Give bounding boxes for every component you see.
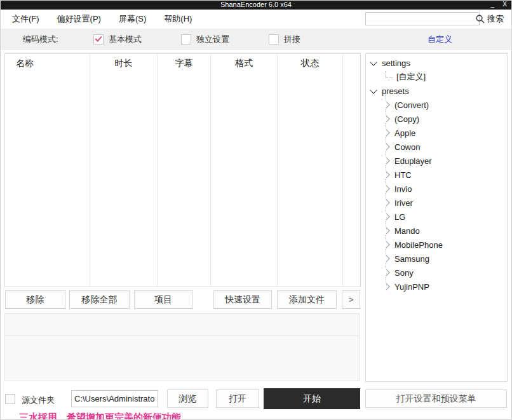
chevron-icon[interactable] — [382, 143, 389, 150]
minimize-button[interactable]: _ — [490, 0, 494, 8]
column-header[interactable]: 名称 — [5, 54, 90, 287]
open-button[interactable]: 打开 — [216, 390, 259, 408]
mode-option[interactable]: 基本模式 — [93, 34, 142, 45]
tree-item[interactable]: HTC — [366, 168, 507, 182]
search-input[interactable] — [365, 12, 480, 25]
tree-item-label: Sony — [394, 268, 414, 278]
menu-bar: 文件(F) 偏好设置(P) 屏幕(S) 帮助(H) 搜索 — [1, 10, 511, 29]
column-header[interactable]: 时长 — [90, 54, 158, 287]
tree-item-label: Cowon — [394, 142, 420, 152]
tree-item-label: presets — [382, 86, 409, 96]
info-panel — [4, 313, 360, 381]
mode-checkbox[interactable] — [269, 34, 279, 44]
chevron-icon[interactable] — [382, 283, 389, 290]
chevron-icon[interactable] — [382, 255, 389, 262]
tree-item-label: Eduplayer — [394, 156, 432, 166]
close-button[interactable]: X — [502, 0, 507, 8]
info-panel-top-section — [5, 314, 359, 336]
tree-item[interactable]: Mando — [366, 224, 507, 238]
column-header[interactable]: 格式 — [211, 54, 278, 287]
mode-option[interactable]: 拼接 — [269, 34, 300, 45]
chevron-icon[interactable] — [382, 101, 389, 108]
search-button[interactable]: 搜索 — [476, 12, 504, 26]
tree-item-label: Invio — [394, 184, 412, 194]
tree-item-label: MobilePhone — [394, 240, 443, 250]
encode-mode-row: 编码模式: 基本模式 独立设置 拼接 自定义 — [1, 29, 511, 50]
menu-item[interactable]: 偏好设置(P) — [56, 12, 102, 26]
mode-option-label: 基本模式 — [109, 34, 142, 45]
window-title: ShanaEncoder 6.0 x64 — [0, 1, 512, 8]
tree-item[interactable]: Cowon — [366, 140, 507, 154]
tree-item-label: Iriver — [394, 198, 413, 208]
chevron-icon[interactable] — [382, 185, 389, 192]
tree-item[interactable]: YujinPNP — [366, 280, 507, 294]
browse-button[interactable]: 浏览 — [167, 390, 208, 408]
mode-option[interactable]: 独立设置 — [181, 34, 229, 45]
chevron-icon[interactable] — [382, 241, 389, 248]
toolbar-button[interactable]: > — [342, 290, 360, 309]
chevron-icon[interactable] — [370, 86, 377, 93]
toolbar-button[interactable]: 移除 — [5, 290, 65, 309]
title-bar: ShanaEncoder 6.0 x64 _ X — [0, 0, 512, 10]
tree-item-label: (Copy) — [394, 114, 419, 124]
tree-item-label: LG — [394, 212, 405, 222]
menu-item[interactable]: 文件(F) — [11, 12, 41, 26]
chevron-icon[interactable] — [370, 58, 377, 65]
tree-item[interactable]: Apple — [366, 126, 507, 140]
menu-item[interactable]: 帮助(H) — [163, 12, 193, 26]
tree-item-label: Samsung — [394, 254, 429, 264]
tree-item-label: Mando — [394, 226, 420, 236]
source-folder-checkbox[interactable] — [5, 394, 15, 404]
tree-item-label: (Convert) — [394, 100, 429, 110]
tree-item-label: Apple — [394, 128, 415, 138]
tree-item-label: [自定义] — [396, 71, 426, 83]
tree-item[interactable]: (Copy) — [366, 112, 507, 126]
column-header[interactable]: 字幕 — [158, 54, 211, 287]
open-settings-preset-menu-button[interactable]: 打开设置和预设菜单 — [365, 390, 507, 408]
mode-options: 基本模式 独立设置 拼接 — [93, 29, 340, 50]
tree-item[interactable]: settings — [366, 56, 507, 70]
tree-item[interactable]: Iriver — [366, 196, 507, 210]
start-button[interactable]: 开始 — [264, 388, 360, 409]
mode-checkbox[interactable] — [93, 34, 104, 44]
tree-item[interactable]: MobilePhone — [366, 238, 507, 252]
menu-item[interactable]: 屏幕(S) — [118, 12, 147, 26]
notice-marquee: 三水採用，希望增加更完美的新便功能 — [19, 412, 181, 420]
tree-item[interactable]: Invio — [366, 182, 507, 196]
chevron-icon[interactable] — [382, 115, 389, 122]
tree-item[interactable]: Sony — [366, 266, 507, 280]
tree-item-label: settings — [382, 58, 410, 68]
menu-items: 文件(F) 偏好设置(P) 屏幕(S) 帮助(H) — [11, 10, 208, 29]
tree-item[interactable]: LG — [366, 210, 507, 224]
file-list-header: 名称 时长 字幕 格式 状态 — [5, 54, 360, 287]
preset-tree-panel: settings [自定义] presets (Convert) — [365, 53, 508, 382]
source-folder-label: 源文件夹 — [22, 395, 55, 406]
chevron-icon[interactable] — [382, 227, 389, 234]
search-icon — [476, 15, 485, 24]
tree-item[interactable]: (Convert) — [366, 98, 507, 112]
chevron-icon[interactable] — [382, 171, 389, 178]
tree-item[interactable]: Eduplayer — [366, 154, 507, 168]
column-header[interactable] — [343, 54, 360, 287]
preset-tree: settings [自定义] presets (Convert) — [366, 56, 507, 294]
toolbar-button[interactable]: 移除全部 — [69, 290, 130, 309]
toolbar-button[interactable]: 快速设置 — [213, 290, 272, 309]
chevron-icon[interactable] — [382, 129, 389, 136]
mode-checkbox[interactable] — [181, 34, 191, 44]
toolbar-button[interactable]: 添加文件 — [277, 290, 337, 309]
mode-option-label: 拼接 — [284, 34, 300, 45]
chevron-icon[interactable] — [382, 269, 389, 276]
column-header[interactable]: 状态 — [278, 54, 343, 287]
tree-item[interactable]: Samsung — [366, 252, 507, 266]
path-input[interactable] — [71, 390, 158, 407]
chevron-icon[interactable] — [382, 213, 389, 220]
chevron-icon[interactable] — [382, 157, 389, 164]
tree-item[interactable]: presets — [366, 84, 507, 98]
chevron-icon[interactable] — [382, 199, 389, 206]
toolbar-button[interactable]: 项目 — [134, 290, 192, 309]
custom-link[interactable]: 自定义 — [428, 34, 452, 45]
leaf-connector-icon — [386, 71, 393, 78]
check-icon — [95, 34, 102, 41]
tree-item[interactable]: [自定义] — [366, 70, 507, 84]
encode-mode-label: 编码模式: — [23, 34, 58, 45]
